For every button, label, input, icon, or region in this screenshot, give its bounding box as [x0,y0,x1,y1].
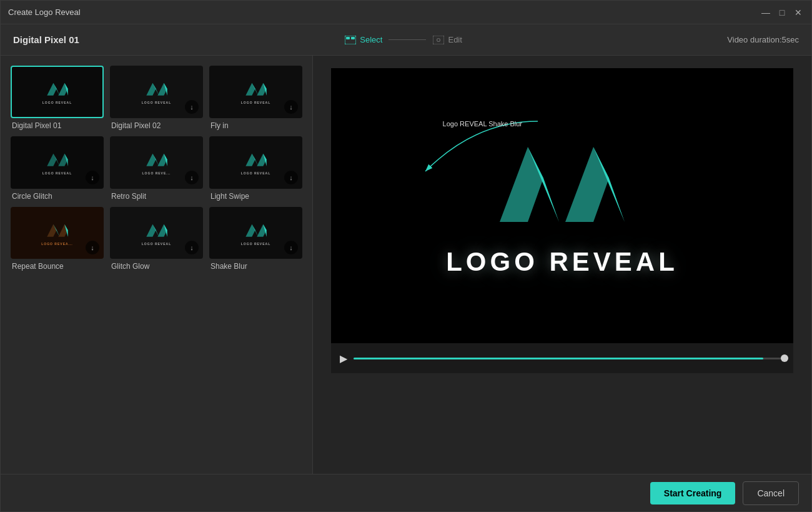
main-content: LOGO REVEAL Digital Pixel 01 [1,56,811,474]
svg-marker-5 [47,83,56,96]
progress-track[interactable] [354,358,785,359]
svg-rect-2 [351,37,355,39]
progress-fill [354,358,763,359]
download-retro-split[interactable]: ↓ [185,171,199,184]
step-edit[interactable]: Edit [432,34,462,46]
header-bar: Digital Pixel 01 Select [1,24,811,56]
template-circle-glitch[interactable]: LOGO REVEAL ↓ Circle Glitch [11,136,104,201]
download-digital-pixel-02[interactable]: ↓ [185,100,199,114]
window-controls: — □ ✕ [760,7,804,18]
template-panel[interactable]: LOGO REVEAL Digital Pixel 01 [1,56,313,474]
template-thumb-digital-pixel-01[interactable]: LOGO REVEAL [11,66,104,118]
window-title: Create Logo Reveal [8,8,81,17]
progress-handle[interactable] [781,354,788,362]
template-name-light-swipe: Light Swipe [209,192,302,201]
close-button[interactable]: ✕ [793,7,804,18]
template-repeat-bounce[interactable]: LOGO REVEA... ↓ Repeat Bounce [11,207,104,271]
main-window: Create Logo Reveal — □ ✕ Digital Pixel 0… [0,0,812,512]
template-name-circle-glitch: Circle Glitch [11,192,104,201]
maximize-button[interactable]: □ [776,7,788,18]
template-fly-in[interactable]: LOGO REVEAL ↓ Fly in [209,66,302,130]
template-digital-pixel-01[interactable]: LOGO REVEAL Digital Pixel 01 [11,66,104,130]
template-light-swipe[interactable]: LOGO REVEAL ↓ Light Swipe [209,136,302,201]
edit-icon [432,34,445,46]
step-indicator: Select Edit [344,34,462,46]
svg-rect-1 [346,37,350,39]
play-button[interactable]: ▶ [340,353,347,364]
svg-marker-37 [245,224,255,236]
template-name-digital-pixel-02: Digital Pixel 02 [110,121,203,130]
step-select[interactable]: Select [344,34,382,46]
preview-logo-text: LOGO REVEAL [446,247,678,277]
select-label: Select [360,35,382,44]
template-thumb-repeat-bounce[interactable]: LOGO REVEA... ↓ [11,207,104,259]
template-thumb-retro-split[interactable]: LOGO REVE... ↓ [110,136,203,189]
template-name-retro-split: Retro Split [110,192,203,201]
svg-marker-21 [146,153,156,166]
cancel-button[interactable]: Cancel [743,481,799,505]
download-light-swipe[interactable]: ↓ [284,171,298,184]
svg-rect-3 [433,36,444,44]
svg-marker-45 [565,147,609,222]
start-creating-button[interactable]: Start Creating [650,482,736,504]
svg-marker-33 [146,224,156,236]
svg-marker-13 [245,83,255,96]
template-thumb-circle-glitch[interactable]: LOGO REVEAL ↓ [11,136,104,189]
svg-marker-29 [47,224,56,236]
select-icon [344,34,357,46]
player-bar: ▶ [331,343,793,373]
minimize-button[interactable]: — [760,7,771,18]
download-fly-in[interactable]: ↓ [284,100,298,114]
selected-template-name: Digital Pixel 01 [13,34,79,45]
svg-marker-9 [146,83,156,96]
template-glitch-glow[interactable]: LOGO REVEAL ↓ Glitch Glow [110,207,203,271]
svg-marker-25 [245,153,255,166]
preview-w-icon [493,134,631,234]
preview-video-area: LOGO REVEAL [331,68,793,343]
preview-panel: Logo REVEAL Shake Blur LOGO R [313,56,811,474]
template-digital-pixel-02[interactable]: LOGO REVEAL ↓ Digital Pixel 02 [110,66,203,130]
template-name-shake-blur: Shake Blur [209,262,302,271]
template-thumb-fly-in[interactable]: LOGO REVEAL ↓ [209,66,302,118]
svg-point-4 [437,38,440,41]
template-name-fly-in: Fly in [209,121,302,130]
template-name-glitch-glow: Glitch Glow [110,262,203,271]
step-line [389,39,426,40]
template-shake-blur[interactable]: LOGO REVEAL ↓ Shake Blur [209,207,302,271]
svg-marker-17 [47,153,56,166]
template-name-digital-pixel-01: Digital Pixel 01 [11,121,104,130]
template-retro-split[interactable]: LOGO REVE... ↓ Retro Split [110,136,203,201]
template-thumb-digital-pixel-02[interactable]: LOGO REVEAL ↓ [110,66,203,118]
video-duration: Video duration:5sec [727,35,799,44]
template-thumb-light-swipe[interactable]: LOGO REVEAL ↓ [209,136,302,189]
template-name-repeat-bounce: Repeat Bounce [11,262,104,271]
preview-logo: LOGO REVEAL [446,134,678,277]
footer-bar: Start Creating Cancel [1,474,811,511]
download-circle-glitch[interactable]: ↓ [86,171,99,184]
template-thumb-shake-blur[interactable]: LOGO REVEAL ↓ [209,207,302,259]
template-grid: LOGO REVEAL Digital Pixel 01 [11,66,302,271]
edit-label: Edit [448,35,462,44]
svg-marker-43 [500,147,543,222]
title-bar: Create Logo Reveal — □ ✕ [1,1,811,24]
template-thumb-glitch-glow[interactable]: LOGO REVEAL ↓ [110,207,203,259]
